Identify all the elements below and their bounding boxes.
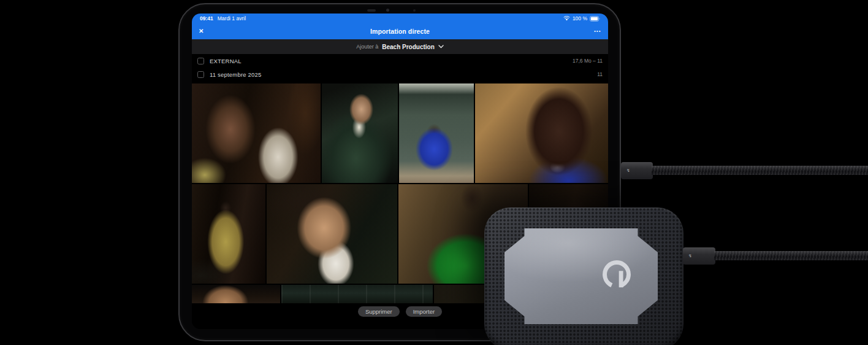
front-camera-icon bbox=[386, 9, 389, 12]
photo-thumbnail-r1p3[interactable] bbox=[399, 83, 474, 183]
more-options-icon[interactable]: ••• bbox=[594, 29, 601, 33]
external-ssd-drive bbox=[484, 207, 683, 345]
battery-percent: 100 % bbox=[573, 15, 587, 21]
photo-thumbnail-r3p1[interactable] bbox=[192, 285, 280, 303]
source-label: 11 septembre 2025 bbox=[210, 71, 262, 78]
add-to-bar[interactable]: Ajouter à Beach Production bbox=[192, 39, 608, 54]
thunderbolt-icon: ↯ bbox=[626, 168, 630, 173]
title-row: ✕ Importation directe ••• bbox=[192, 28, 608, 36]
source-meta: 11 bbox=[597, 71, 603, 77]
front-camera-pill bbox=[367, 9, 376, 12]
checkbox-external[interactable] bbox=[197, 58, 204, 64]
thunderbolt-icon: ↯ bbox=[688, 254, 692, 258]
photo-thumbnail-r1p4[interactable] bbox=[475, 83, 608, 183]
photo-thumbnail-r2p2[interactable] bbox=[267, 184, 397, 284]
usb-c-connector-ssd: ↯ bbox=[683, 247, 715, 265]
delete-button[interactable]: Supprimer bbox=[358, 306, 400, 317]
page-title: Importation directe bbox=[192, 28, 608, 35]
status-bar: 09:41 Mardi 1 avril 100 % bbox=[192, 15, 608, 21]
photo-thumbnail-r1p1[interactable] bbox=[192, 83, 321, 183]
source-meta: 17,6 Mo – 11 bbox=[573, 58, 603, 64]
album-selector-value[interactable]: Beach Production bbox=[382, 44, 435, 50]
battery-icon bbox=[590, 16, 600, 21]
photo-thumbnail-r3p2[interactable] bbox=[281, 285, 433, 303]
checkbox-date-group[interactable] bbox=[197, 71, 204, 78]
braided-cable-tablet bbox=[652, 166, 868, 175]
source-row-external: EXTERNAL 17,6 Mo – 11 bbox=[192, 54, 608, 68]
status-date: Mardi 1 avril bbox=[218, 15, 246, 21]
ssd-metal-plate bbox=[504, 228, 658, 324]
add-to-label: Ajouter à bbox=[356, 44, 378, 50]
wifi-icon bbox=[563, 16, 570, 21]
source-row-date: 11 septembre 2025 11 bbox=[192, 68, 608, 81]
braided-cable-ssd bbox=[714, 251, 868, 260]
app-header: 09:41 Mardi 1 avril 100 % bbox=[192, 14, 608, 39]
photo-thumbnail-r1p2[interactable] bbox=[322, 83, 398, 183]
g-drive-logo-icon bbox=[601, 258, 633, 291]
source-label: EXTERNAL bbox=[210, 58, 242, 64]
usb-c-connector-tablet: ↯ bbox=[621, 162, 653, 179]
photo-thumbnail-r2p1[interactable] bbox=[192, 184, 265, 284]
close-icon[interactable]: ✕ bbox=[199, 28, 204, 34]
chevron-down-icon bbox=[438, 45, 444, 48]
import-button[interactable]: Importer bbox=[406, 306, 442, 317]
status-time: 09:41 bbox=[200, 15, 213, 21]
microphone-dot bbox=[413, 9, 416, 12]
scene: 09:41 Mardi 1 avril 100 % bbox=[0, 0, 868, 345]
photo-grid-row bbox=[192, 83, 608, 183]
